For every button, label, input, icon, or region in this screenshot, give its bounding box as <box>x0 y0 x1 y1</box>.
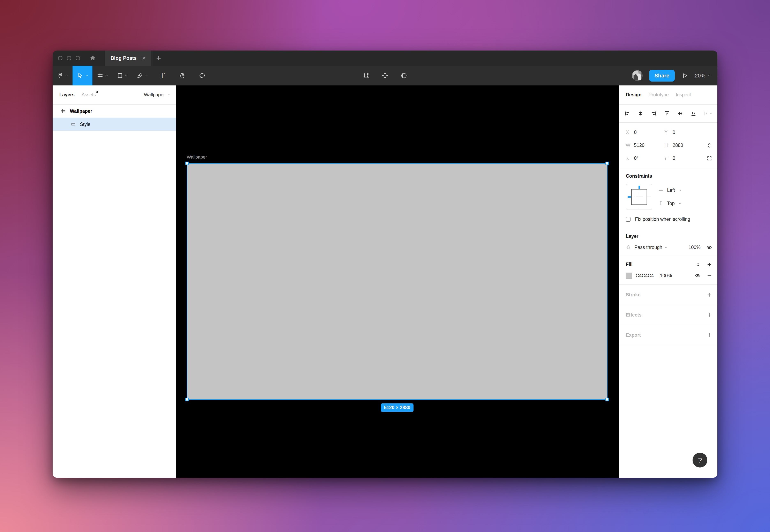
align-right-button[interactable] <box>650 111 658 116</box>
tab-assets[interactable]: Assets <box>82 92 96 98</box>
align-top-button[interactable] <box>663 111 671 116</box>
x-field-value[interactable]: 0 <box>634 130 664 135</box>
comment-tool-button[interactable] <box>192 66 212 85</box>
constraints-widget[interactable] <box>626 184 652 210</box>
new-tab-button[interactable]: + <box>151 51 166 66</box>
distribute-menu-button[interactable] <box>703 111 713 116</box>
shape-tool-button[interactable] <box>112 66 132 85</box>
selected-frame[interactable] <box>187 163 607 400</box>
selection-handle-bottom-left[interactable] <box>185 398 189 401</box>
horizontal-constraint-dropdown[interactable]: Left <box>658 188 682 193</box>
canvas[interactable]: Wallpaper 5120 × 2880 <box>176 85 619 478</box>
text-tool-button[interactable]: T <box>152 66 172 85</box>
home-button[interactable] <box>89 51 96 66</box>
selection-handle-bottom-right[interactable] <box>605 398 609 401</box>
fill-color-swatch[interactable] <box>626 273 632 279</box>
chevron-down-icon <box>125 74 128 77</box>
plus-icon <box>707 312 712 318</box>
minimize-window-button[interactable] <box>67 56 71 60</box>
blend-mode-icon <box>626 245 631 250</box>
right-panel-tabs: Design Prototype Inspect <box>619 85 717 105</box>
user-avatar[interactable] <box>632 70 643 81</box>
use-as-mask-button[interactable] <box>396 66 412 85</box>
add-fill-button[interactable] <box>707 262 712 267</box>
left-panel-header: Layers Assets Wallpaper <box>53 85 176 105</box>
layer-row-style[interactable]: Style <box>53 118 176 131</box>
layer-name: Style <box>80 122 90 127</box>
rotation-value[interactable]: 0° <box>634 155 664 161</box>
align-bottom-button[interactable] <box>689 111 698 116</box>
fill-section-title: Fill <box>626 262 633 267</box>
constrain-proportions-button[interactable] <box>706 143 712 148</box>
tab-prototype[interactable]: Prototype <box>649 92 669 98</box>
align-vertical-center-button[interactable] <box>676 111 684 116</box>
fix-position-row[interactable]: Fix position when scrolling <box>626 216 717 222</box>
chevron-down-icon <box>65 74 68 77</box>
w-field-value[interactable]: 5120 <box>634 143 664 148</box>
tab-bar: Blog Posts × + <box>53 51 717 66</box>
constraint-bottom-tick[interactable] <box>639 205 639 208</box>
tab-inspect[interactable]: Inspect <box>676 92 691 98</box>
corner-radius-icon <box>664 156 673 161</box>
rectangle-tool-icon <box>117 73 123 79</box>
zoom-menu[interactable]: 20% <box>695 73 711 79</box>
x-field-label: X <box>626 130 634 135</box>
share-button[interactable]: Share <box>649 70 675 82</box>
selection-actions <box>358 66 412 85</box>
layer-section: Layer Pass through 100% <box>619 228 717 256</box>
remove-fill-button[interactable] <box>707 273 712 278</box>
fill-row: C4C4C4 100% <box>626 273 717 279</box>
selection-handle-top-right[interactable] <box>605 162 609 165</box>
constraint-right-tick[interactable] <box>647 197 650 197</box>
right-panel: Design Prototype Inspect X 0 <box>619 85 717 478</box>
xy-row: X 0 Y 0 <box>619 126 717 139</box>
fullscreen-window-button[interactable] <box>76 56 80 60</box>
selection-size-badge: 5120 × 2880 <box>381 403 414 412</box>
align-horizontal-center-button[interactable] <box>636 111 645 116</box>
eye-icon <box>695 273 701 279</box>
tab-layers[interactable]: Layers <box>59 92 75 98</box>
blend-mode-value[interactable]: Pass through <box>634 245 662 250</box>
layer-row-wallpaper[interactable]: Wallpaper <box>53 105 176 118</box>
fix-position-checkbox[interactable] <box>626 217 631 222</box>
y-field-value[interactable]: 0 <box>673 130 696 135</box>
stroke-section-title: Stroke <box>626 292 641 298</box>
add-effect-button[interactable] <box>707 312 712 318</box>
constraint-left-tick[interactable] <box>628 196 631 198</box>
h-field-label: H <box>664 143 673 148</box>
add-export-button[interactable] <box>707 332 712 338</box>
text-tool-icon: T <box>160 71 165 80</box>
selection-handle-top-left[interactable] <box>185 162 189 165</box>
frame-name-label[interactable]: Wallpaper <box>187 154 207 160</box>
plus-icon <box>707 292 712 297</box>
move-tool-button[interactable] <box>73 66 92 85</box>
vertical-constraint-dropdown[interactable]: Top <box>658 201 682 206</box>
document-tab[interactable]: Blog Posts × <box>105 51 151 66</box>
fill-styles-button[interactable] <box>695 262 701 267</box>
align-left-button[interactable] <box>623 111 631 116</box>
create-component-button[interactable] <box>377 66 393 85</box>
pen-tool-button[interactable] <box>132 66 152 85</box>
h-field-value[interactable]: 2880 <box>673 143 696 148</box>
tab-close-icon[interactable]: × <box>142 55 146 61</box>
present-button[interactable] <box>681 72 688 79</box>
independent-corners-button[interactable] <box>707 156 712 161</box>
frame-tool-button[interactable] <box>92 66 112 85</box>
help-button[interactable]: ? <box>693 453 707 468</box>
add-stroke-button[interactable] <box>707 292 712 297</box>
page-selector[interactable]: Wallpaper <box>144 92 171 98</box>
alignment-toolbar <box>619 105 717 123</box>
tab-design[interactable]: Design <box>626 92 642 98</box>
edit-object-button[interactable] <box>358 66 374 85</box>
chevron-down-icon <box>708 74 711 77</box>
fill-hex-value[interactable]: C4C4C4 <box>636 273 660 279</box>
fill-visibility-button[interactable] <box>695 273 701 279</box>
layer-opacity-value[interactable]: 100% <box>688 245 701 250</box>
layer-visibility-button[interactable] <box>706 244 712 250</box>
corner-radius-value[interactable]: 0 <box>673 155 696 161</box>
fill-opacity-value[interactable]: 100% <box>660 273 672 279</box>
main-menu-button[interactable] <box>53 66 73 85</box>
hand-tool-button[interactable] <box>172 66 192 85</box>
close-window-button[interactable] <box>58 56 62 60</box>
constraint-top-tick[interactable] <box>639 186 640 189</box>
